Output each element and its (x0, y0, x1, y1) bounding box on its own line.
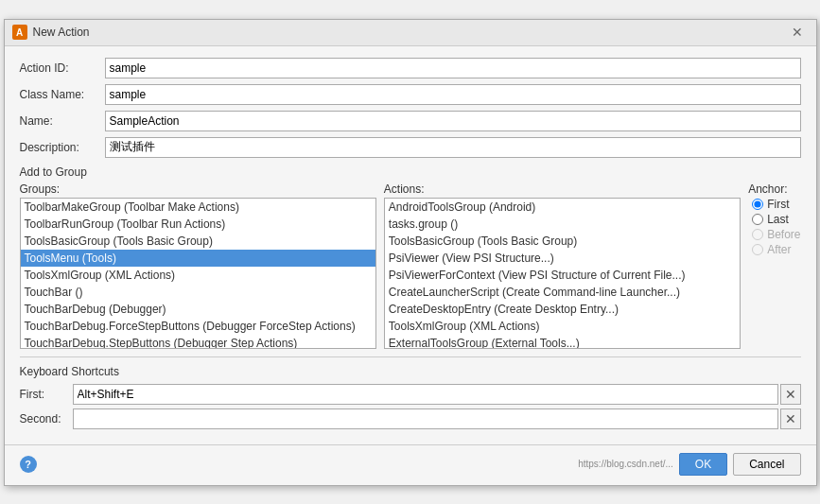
group-list-item[interactable]: TouchBarDebug (Debugger) (21, 301, 375, 318)
action-list-item[interactable]: PsiViewer (View PSI Structure...) (385, 250, 740, 267)
description-input[interactable] (105, 137, 801, 158)
name-label: Name: (20, 114, 105, 128)
group-list-item[interactable]: TouchBar () (21, 284, 375, 301)
action-list-item[interactable]: CreateDesktopEntry (Create Desktop Entry… (385, 301, 740, 318)
dialog-footer: ? https://blog.csdn.net/... OK Cancel (5, 444, 816, 485)
groups-listbox[interactable]: ToolbarMakeGroup (Toolbar Make Actions)T… (20, 198, 376, 349)
footer-left: ? (20, 456, 37, 473)
groups-header: Groups: (20, 182, 376, 196)
group-list-item[interactable]: ToolbarRunGroup (Toolbar Run Actions) (21, 216, 375, 233)
first-shortcut-clear-button[interactable]: ✕ (780, 384, 801, 405)
class-name-input[interactable] (105, 84, 801, 105)
title-bar: A New Action ✕ (5, 20, 816, 46)
anchor-option-after: After (752, 243, 800, 256)
anchor-container: Anchor: FirstLastBeforeAfter (748, 182, 800, 349)
second-shortcut-label: Second: (20, 412, 73, 426)
new-action-dialog: A New Action ✕ Action ID: Class Name: Na… (4, 19, 817, 486)
action-id-label: Action ID: (20, 61, 105, 75)
add-to-group-label: Add to Group (20, 165, 801, 179)
action-id-row: Action ID: (20, 58, 801, 78)
groups-container: Groups: ToolbarMakeGroup (Toolbar Make A… (20, 182, 376, 349)
action-list-item[interactable]: ToolsXmlGroup (XML Actions) (385, 318, 740, 335)
action-list-item[interactable]: ExternalToolsGroup (External Tools...) (385, 335, 740, 349)
group-list-item[interactable]: ToolsMenu (Tools) (21, 250, 375, 267)
action-list-item[interactable]: tasks.group () (385, 216, 740, 233)
first-shortcut-label: First: (20, 388, 73, 401)
group-list-item[interactable]: TouchBarDebug.StepButtons (Debugger Step… (21, 335, 375, 349)
keyboard-shortcuts-section: Keyboard Shortcuts First: ✕ Second: ✕ (20, 356, 801, 429)
footer-url: https://blog.csdn.net/... (578, 459, 673, 469)
actions-header: Actions: (384, 182, 741, 196)
anchor-header: Anchor: (748, 182, 800, 196)
name-row: Name: (20, 111, 801, 131)
anchor-option-last[interactable]: Last (752, 213, 800, 226)
keyboard-shortcuts-title: Keyboard Shortcuts (20, 365, 801, 378)
groups-actions-container: Groups: ToolbarMakeGroup (Toolbar Make A… (20, 182, 801, 349)
class-name-row: Class Name: (20, 84, 801, 105)
dialog-content: Action ID: Class Name: Name: Description… (5, 46, 816, 444)
group-list-item[interactable]: ToolsBasicGroup (Tools Basic Group) (21, 233, 375, 250)
ok-button[interactable]: OK (679, 453, 727, 476)
description-label: Description: (20, 141, 105, 154)
group-list-item[interactable]: ToolsXmlGroup (XML Actions) (21, 267, 375, 284)
action-list-item[interactable]: PsiViewerForContext (View PSI Structure … (385, 267, 740, 284)
help-button[interactable]: ? (20, 456, 37, 473)
group-list-item[interactable]: TouchBarDebug.ForceStepButtons (Debugger… (21, 318, 375, 335)
anchor-option-before: Before (752, 228, 800, 241)
dialog-title: New Action (33, 26, 90, 39)
close-button[interactable]: ✕ (786, 23, 809, 42)
second-shortcut-row: Second: ✕ (20, 408, 801, 429)
anchor-option-first[interactable]: First (752, 198, 800, 211)
first-shortcut-row: First: ✕ (20, 384, 801, 405)
actions-container: Actions: AndroidToolsGroup (Android)task… (384, 182, 741, 349)
group-list-item[interactable]: ToolbarMakeGroup (Toolbar Make Actions) (21, 199, 375, 216)
action-list-item[interactable]: AndroidToolsGroup (Android) (385, 199, 740, 216)
action-list-item[interactable]: CreateLauncherScript (Create Command-lin… (385, 284, 740, 301)
actions-listbox[interactable]: AndroidToolsGroup (Android)tasks.group (… (384, 198, 741, 349)
action-list-item[interactable]: ToolsBasicGroup (Tools Basic Group) (385, 233, 740, 250)
name-input[interactable] (105, 111, 801, 131)
action-id-input[interactable] (105, 58, 801, 78)
first-shortcut-input[interactable] (73, 384, 778, 405)
footer-right: https://blog.csdn.net/... OK Cancel (578, 453, 800, 476)
second-shortcut-clear-button[interactable]: ✕ (780, 408, 801, 429)
class-name-label: Class Name: (20, 88, 105, 101)
dialog-icon: A (12, 25, 27, 40)
description-row: Description: (20, 137, 801, 158)
cancel-button[interactable]: Cancel (733, 453, 800, 476)
second-shortcut-input[interactable] (73, 408, 778, 429)
